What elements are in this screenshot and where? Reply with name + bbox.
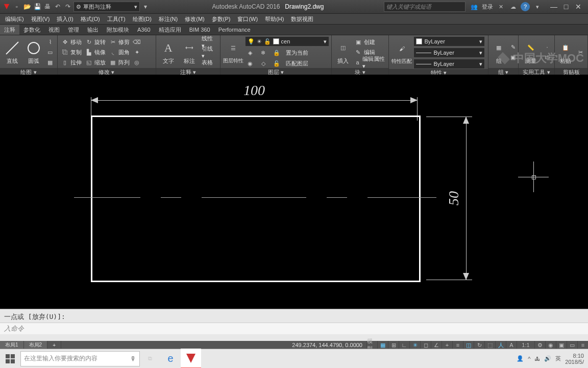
trim-button[interactable]: ✂修剪 (108, 37, 131, 47)
lwt-toggle[interactable]: ≡ (452, 341, 463, 349)
close-button[interactable]: ✕ (573, 2, 584, 11)
leader-button[interactable]: 引线 ▾ (201, 48, 217, 57)
model-space-button[interactable]: 模型 (366, 341, 377, 349)
3dosnap-toggle[interactable]: ⬚ (484, 341, 495, 349)
fillet-button[interactable]: ◟圆角 (108, 48, 131, 57)
task-view-button[interactable]: ⧉ (140, 349, 160, 368)
help-search-input[interactable]: 键入关键字或短语 (384, 2, 465, 12)
clock[interactable]: 8:10 2018/5/ (565, 353, 584, 365)
hatch-button[interactable]: ▦ (45, 58, 55, 67)
rectangle-entity[interactable] (91, 116, 421, 282)
hardware-icon[interactable]: ▣ (556, 341, 567, 349)
menu-format[interactable]: 格式(O) (78, 15, 103, 23)
infocenter-icon[interactable]: 👥 (470, 2, 479, 11)
grid-toggle[interactable]: ▦ (377, 341, 388, 349)
scale-readout[interactable]: 1:1 (517, 341, 534, 349)
dimension-button[interactable]: ⟷标注 (180, 37, 200, 67)
line-button[interactable]: 直线 (2, 37, 22, 67)
transparency-toggle[interactable]: ◫ (463, 341, 474, 349)
layout-tab-1[interactable]: 布局1 (0, 341, 24, 349)
scale-button[interactable]: ◱缩放 (84, 58, 107, 67)
tab-bim360[interactable]: BIM 360 (185, 25, 214, 35)
help-icon[interactable]: ? (521, 2, 530, 11)
insert-button[interactable]: ◫插入 (334, 37, 352, 67)
edit-attr-button[interactable]: a编辑属性 ▾ (353, 58, 387, 67)
tab-view[interactable]: 视图 (44, 25, 64, 35)
color-dropdown[interactable]: ByLayer▾ (413, 36, 485, 47)
cut-icon[interactable]: ✂ (575, 48, 585, 57)
add-layout-button[interactable]: + (47, 341, 61, 349)
isolate-icon[interactable]: ◉ (545, 341, 556, 349)
tab-featured[interactable]: 精选应用 (155, 25, 185, 35)
layer-off-icon[interactable]: ◉ (245, 59, 255, 68)
menu-help[interactable]: 帮助(H) (262, 15, 287, 23)
layer-iso-icon[interactable]: ◈ (245, 48, 255, 57)
paste-button[interactable]: 📋粘贴 (557, 37, 574, 67)
people-icon[interactable]: 👤 (517, 355, 524, 362)
tab-manage[interactable]: 管理 (64, 25, 83, 35)
menu-tools[interactable]: 工具(T) (104, 15, 129, 23)
match-props-button[interactable]: 🖌特性匹配 (391, 38, 412, 67)
menu-icon[interactable]: ≡ (577, 341, 588, 349)
qat-more-icon[interactable]: ▾ (141, 2, 150, 11)
app-menu-button[interactable] (2, 2, 11, 11)
menu-parametric[interactable]: 参数(P) (209, 15, 234, 23)
group-edit-icon[interactable]: ✎ (508, 42, 518, 52)
command-input[interactable]: 入命令 (0, 323, 588, 334)
linetype-dropdown[interactable]: ByLayer▾ (413, 59, 485, 69)
tray-chevron-icon[interactable]: ^ (528, 356, 530, 362)
mic-icon[interactable]: 🎙 (130, 355, 136, 362)
tab-performance[interactable]: Performance (214, 25, 255, 35)
center-line[interactable] (74, 197, 436, 198)
tab-addins[interactable]: 附加模块 (103, 25, 133, 35)
cloud-icon[interactable]: ☁ (508, 2, 518, 11)
circle-button[interactable]: 圆弧 (23, 37, 44, 67)
layer-props-button[interactable]: ☰图层特性 (223, 37, 244, 67)
cycling-toggle[interactable]: ↻ (474, 341, 484, 349)
command-line[interactable]: 一点或 [放弃(U)]: 入命令 (0, 309, 588, 341)
menu-dataview[interactable]: 数据视图 (288, 15, 316, 23)
explode-icon[interactable]: ✦ (132, 48, 142, 57)
point-icon[interactable]: · (542, 42, 552, 52)
select-icon[interactable]: ▭ (542, 53, 552, 62)
network-icon[interactable]: 🖧 (534, 356, 540, 362)
taskbar-search-input[interactable]: 在这里输入你要搜索的内容 🎙 (20, 351, 140, 366)
open-icon[interactable]: 📂 (22, 2, 32, 11)
customize-icon[interactable]: ⚙ (534, 341, 545, 349)
match-layer-button[interactable]: 匹配图层 (285, 59, 309, 68)
workspace-dropdown[interactable]: ⚙ 草图与注释 ▾ (74, 2, 140, 12)
offset-icon[interactable]: ◎ (132, 58, 142, 67)
tab-a360[interactable]: A360 (133, 25, 155, 35)
ungroup-icon[interactable]: ▣ (508, 53, 518, 62)
layer-freeze-icon[interactable]: ❄ (258, 48, 268, 57)
snap-toggle[interactable]: ⊞ (388, 341, 399, 349)
minimize-button[interactable]: — (548, 2, 559, 11)
ortho-toggle[interactable]: ∟ (399, 341, 409, 349)
osnap-toggle[interactable]: ◻ (420, 341, 431, 349)
text-button[interactable]: A文字 (158, 37, 179, 67)
maximize-button[interactable]: □ (560, 2, 572, 11)
copy-button[interactable]: ⿻复制 (60, 48, 83, 57)
menu-view[interactable]: 视图(V) (28, 15, 53, 23)
polyline-button[interactable]: ⌇ (45, 37, 55, 47)
polar-toggle[interactable]: ✳ (409, 341, 420, 349)
save-icon[interactable]: 💾 (33, 2, 42, 11)
menu-modify[interactable]: 修改(M) (182, 15, 208, 23)
move-button[interactable]: ✥移动 (60, 37, 83, 47)
make-current-button[interactable]: 置为当前 (285, 48, 309, 57)
ime-indicator[interactable]: 英 (555, 355, 561, 362)
annoscale-toggle[interactable]: A (506, 341, 517, 349)
measure-button[interactable]: 📏测量 (521, 37, 541, 67)
rect-button[interactable]: ▭ (45, 48, 55, 57)
menu-edit[interactable]: 编辑(E) (2, 15, 27, 23)
start-button[interactable] (0, 349, 20, 368)
layer-uniso-icon[interactable]: ◇ (258, 59, 268, 68)
horizontal-dimension[interactable]: 100 (91, 85, 418, 105)
layer-dropdown[interactable]: 💡 ☀ 🔓 cen ▾ (245, 36, 329, 47)
chevron-down-icon[interactable]: ▾ (533, 2, 542, 11)
exchange-icon[interactable]: ✕ (496, 2, 505, 11)
new-icon[interactable]: ▫ (12, 2, 21, 11)
ie-button[interactable]: e (160, 349, 181, 368)
erase-icon[interactable]: ⌫ (132, 37, 142, 47)
menu-dimension[interactable]: 标注(N) (156, 15, 181, 23)
